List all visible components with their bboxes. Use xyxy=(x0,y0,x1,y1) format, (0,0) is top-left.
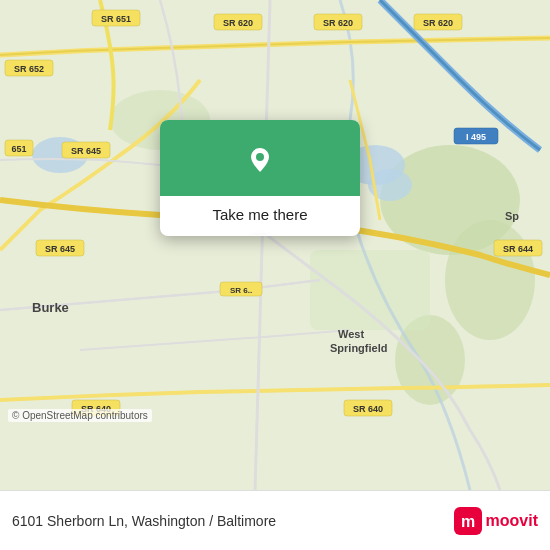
svg-text:SR 640: SR 640 xyxy=(353,404,383,414)
svg-text:SR 620: SR 620 xyxy=(223,18,253,28)
location-popup: Take me there xyxy=(160,120,360,236)
svg-text:SR 651: SR 651 xyxy=(101,14,131,24)
moovit-icon: m xyxy=(454,507,482,535)
bottom-bar: 6101 Sherborn Ln, Washington / Baltimore… xyxy=(0,490,550,550)
popup-header xyxy=(160,120,360,196)
svg-text:Springfield: Springfield xyxy=(330,342,387,354)
location-pin-icon xyxy=(238,138,282,182)
svg-text:I 495: I 495 xyxy=(466,132,486,142)
popup-body[interactable]: Take me there xyxy=(196,196,323,236)
svg-text:SR 644: SR 644 xyxy=(503,244,533,254)
svg-text:Sp: Sp xyxy=(505,210,519,222)
svg-text:SR 645: SR 645 xyxy=(71,146,101,156)
popup-arrow xyxy=(250,235,270,236)
svg-point-40 xyxy=(256,153,264,161)
copyright-text: © OpenStreetMap contributors xyxy=(8,409,152,422)
moovit-logo: m moovit xyxy=(454,507,538,535)
svg-text:SR 6..: SR 6.. xyxy=(230,286,252,295)
svg-text:651: 651 xyxy=(11,144,26,154)
svg-text:SR 645: SR 645 xyxy=(45,244,75,254)
svg-text:Burke: Burke xyxy=(32,300,69,315)
svg-text:West: West xyxy=(338,328,364,340)
svg-point-2 xyxy=(445,220,535,340)
svg-text:m: m xyxy=(460,513,474,530)
svg-text:SR 652: SR 652 xyxy=(14,64,44,74)
svg-text:SR 620: SR 620 xyxy=(423,18,453,28)
take-me-there-button[interactable]: Take me there xyxy=(212,206,307,223)
svg-rect-7 xyxy=(310,250,430,330)
moovit-label: moovit xyxy=(486,512,538,530)
svg-text:SR 620: SR 620 xyxy=(323,18,353,28)
address-text: 6101 Sherborn Ln, Washington / Baltimore xyxy=(12,513,276,529)
map-container: SR 651 SR 652 651 SR 645 SR 645 SR 620 S… xyxy=(0,0,550,490)
